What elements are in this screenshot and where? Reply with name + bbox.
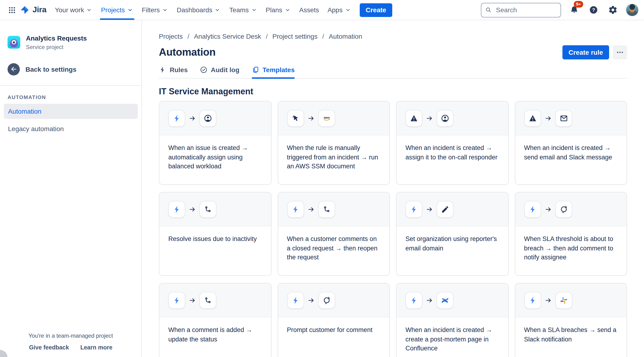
app-switcher-icon [8, 6, 16, 14]
nav-item-label: Apps [328, 6, 342, 14]
template-card[interactable]: Set organization using reporter's email … [396, 192, 508, 276]
jira-logo-icon [20, 5, 30, 15]
pencil-icon [436, 201, 454, 218]
arrow-right-icon [544, 206, 552, 213]
email-icon [555, 110, 572, 126]
sidebar-item-automation[interactable]: Automation [4, 104, 138, 119]
template-card-text: When a SLA breaches → send a Slack notif… [524, 326, 617, 344]
tab-audit-log[interactable]: Audit log [200, 66, 239, 78]
nav-item-label: Projects [101, 6, 125, 14]
notifications-button[interactable]: 9+ [568, 4, 580, 16]
give-feedback-link[interactable]: Give feedback [29, 344, 69, 351]
template-card-text: When a customer comments on a closed req… [287, 234, 380, 262]
template-card-header: aws [278, 102, 390, 135]
nav-item-filters[interactable]: Filters [138, 0, 172, 20]
breadcrumb-item-projects[interactable]: Projects [159, 32, 183, 40]
breadcrumb-item-analytics-service-desk[interactable]: Analytics Service Desk [194, 32, 261, 40]
template-card[interactable]: When a customer comments on a closed req… [278, 192, 390, 276]
sidebar-item-legacy-automation[interactable]: Legacy automation [4, 121, 138, 136]
template-card[interactable]: When an incident is created → send email… [514, 101, 627, 185]
tabs: RulesAudit logTemplates [159, 66, 627, 79]
template-card[interactable]: Resolve issues due to inactivity [159, 192, 271, 276]
template-card[interactable]: When an incident is created → assign it … [396, 101, 508, 185]
chevron-down-icon [127, 6, 134, 13]
templates-icon [252, 66, 259, 74]
nav-item-teams[interactable]: Teams [226, 0, 261, 20]
tab-label: Rules [170, 66, 188, 74]
workflow-icon [200, 292, 216, 309]
nav-item-plans[interactable]: Plans [262, 0, 294, 20]
search-box [481, 2, 561, 17]
workflow-icon [318, 201, 335, 218]
template-card-body: Set organization using reporter's email … [396, 226, 508, 253]
nav-item-label: Teams [229, 6, 249, 14]
app-switcher-button[interactable] [5, 3, 19, 17]
template-card[interactable]: When a SLA breaches → send a Slack notif… [514, 283, 627, 357]
learn-more-link[interactable]: Learn more [80, 344, 112, 351]
template-card-text: When an incident is created → send email… [524, 143, 617, 162]
template-card-body: When SLA threshold is about to breach → … [515, 226, 626, 262]
arrow-left-icon [10, 66, 17, 73]
nav-item-assets[interactable]: Assets [295, 0, 323, 20]
notification-badge: 9+ [574, 1, 583, 7]
template-card-text: Resolve issues due to inactivity [168, 234, 262, 244]
person-icon [200, 110, 216, 126]
slack-icon [555, 292, 572, 309]
nav-item-apps[interactable]: Apps [324, 0, 355, 20]
template-card[interactable]: awsWhen the rule is manually triggered f… [278, 101, 390, 185]
template-card[interactable]: When SLA threshold is about to breach → … [514, 192, 627, 276]
template-card-text: When SLA threshold is about to breach → … [524, 234, 617, 262]
nav-item-your-work[interactable]: Your work [51, 0, 96, 20]
template-card-header [278, 192, 390, 226]
template-card-grid: When an issue is created → automatically… [159, 101, 627, 357]
nav-item-label: Plans [266, 6, 282, 14]
breadcrumb-separator: / [266, 32, 268, 40]
nav-item-label: Filters [142, 6, 160, 14]
chevron-down-icon [162, 6, 168, 13]
settings-button[interactable] [607, 4, 619, 16]
search-input[interactable] [495, 6, 557, 14]
nav-item-label: Your work [55, 6, 84, 14]
automation-lightning-icon [287, 201, 304, 218]
arrow-right-icon [544, 296, 552, 304]
help-button[interactable]: ? [588, 4, 600, 16]
template-card-body: When an issue is created → automatically… [159, 135, 271, 171]
template-card-text: When an incident is created → create a p… [406, 326, 498, 353]
help-icon: ? [589, 5, 598, 14]
create-button[interactable]: Create [360, 3, 392, 17]
jira-logo[interactable]: Jira [20, 5, 46, 15]
project-type: Service project [26, 44, 87, 50]
template-card[interactable]: Prompt customer for comment [278, 283, 390, 357]
automation-lightning-icon [524, 292, 541, 309]
more-icon [616, 48, 624, 56]
back-to-settings[interactable]: Back to settings [8, 63, 134, 76]
main-content: Projects/Analytics Service Desk/Project … [142, 20, 644, 357]
template-card-header [515, 102, 626, 135]
jira-logo-text: Jira [32, 5, 46, 14]
create-rule-button[interactable]: Create rule [562, 45, 609, 60]
breadcrumb-item-project-settings[interactable]: Project settings [272, 32, 318, 40]
arrow-right-icon [188, 114, 196, 122]
search-icon [485, 6, 492, 13]
template-card[interactable]: When a comment is added → update the sta… [159, 283, 271, 357]
tab-rules[interactable]: Rules [159, 66, 188, 78]
arrow-right-icon [188, 296, 196, 304]
person-icon [436, 110, 454, 126]
breadcrumb-separator: / [188, 32, 189, 40]
chevron-down-icon [344, 6, 351, 13]
project-sidebar: Analytics Requests Service project Back … [0, 20, 142, 357]
svg-text:?: ? [592, 7, 595, 12]
more-options-button[interactable] [613, 45, 627, 60]
tab-templates[interactable]: Templates [252, 66, 295, 78]
template-card-body: Prompt customer for comment [278, 318, 390, 334]
template-card[interactable]: When an issue is created → automatically… [159, 101, 271, 185]
nav-item-projects[interactable]: Projects [97, 0, 137, 20]
breadcrumb-item-automation[interactable]: Automation [329, 32, 362, 40]
user-avatar[interactable] [626, 4, 638, 16]
nav-item-label: Dashboards [177, 6, 212, 14]
template-card[interactable]: When an incident is created → create a p… [396, 283, 508, 357]
nav-item-dashboards[interactable]: Dashboards [173, 0, 225, 20]
sidebar-footer-links: Give feedbackLearn more [0, 344, 142, 351]
template-card-text: Prompt customer for comment [287, 326, 380, 334]
jira-logo-icon [20, 5, 30, 15]
